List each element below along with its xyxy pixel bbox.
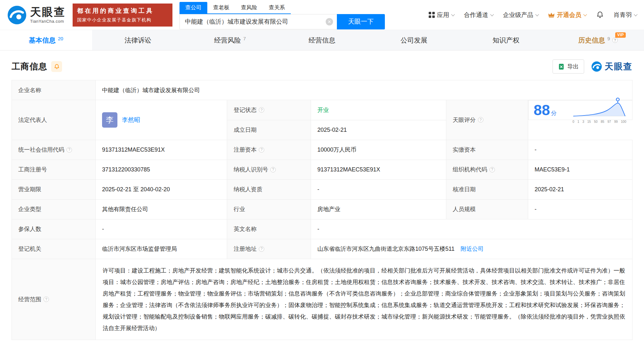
table-row: 工商注册号 371312200330785 纳税人识别号 91371312MAE…	[12, 160, 632, 179]
tab-label: 经营风险	[214, 36, 241, 45]
tab-company-development[interactable]: 公司发展	[368, 30, 460, 50]
tab-label: 公司发展	[401, 36, 427, 45]
paid-capital-value: -	[528, 140, 632, 160]
promo-banner: 都在用的商业查询工具 国家中小企业发展子基金旗下机构	[73, 4, 172, 27]
site-logo[interactable]: 天眼查 TianYanCha.com	[7, 5, 66, 25]
taxpayer-quality-label: 纳税人资质	[227, 179, 311, 199]
tianyancha-company-page: 天眼查 TianYanCha.com 都在用的商业查询工具 国家中小企业发展子基…	[0, 0, 644, 364]
help-icon[interactable]	[259, 147, 264, 153]
help-icon[interactable]	[259, 246, 264, 252]
credit-code-value: 91371312MAEC53E91X	[95, 140, 227, 160]
subscribe-bell-icon[interactable]	[51, 61, 62, 72]
approval-date-value: 2025-02-21	[528, 179, 632, 199]
help-icon[interactable]	[489, 167, 495, 172]
reg-address-label: 注册地址	[227, 239, 311, 259]
nav-enterprise-products[interactable]: 企业级产品	[503, 11, 538, 19]
section-header: 工商信息 导出	[12, 59, 632, 74]
nav-label: 企业级产品	[503, 11, 533, 19]
table-row: 企业名称 中能建（临沂）城市建设发展有限公司	[12, 80, 632, 100]
company-name-label: 企业名称	[12, 80, 96, 100]
search-tab-company[interactable]: 查公司	[179, 2, 207, 13]
main-content: 工商信息 导出	[0, 59, 644, 340]
search-tab-risk[interactable]: 查风险	[235, 2, 263, 13]
insured-count-label: 参保人数	[12, 219, 96, 239]
reg-number-value: 371312200330785	[95, 160, 227, 179]
reg-capital-value: 10000万人民币	[311, 140, 446, 160]
help-icon[interactable]	[67, 147, 72, 153]
apps-grid-icon	[429, 12, 435, 18]
top-header: 天眼查 TianYanCha.com 都在用的商业查询工具 国家中小企业发展子基…	[0, 0, 644, 30]
help-icon[interactable]	[612, 37, 618, 43]
top-nav: 应用 合作通道 企业级产品 开通会员	[429, 11, 637, 19]
tab-label: 知识产权	[493, 36, 520, 45]
tab-legal-litigation[interactable]: 法律诉讼	[92, 30, 184, 50]
avatar[interactable]: 李	[102, 112, 117, 128]
english-name-label: 英文名称	[227, 219, 311, 239]
search-input-wrap	[179, 14, 337, 29]
nav-apps[interactable]: 应用	[429, 11, 454, 19]
nav-label: 合作通道	[464, 11, 488, 19]
business-registration-table: 企业名称 中能建（临沂）城市建设发展有限公司 法定代表人 李 李然昭	[12, 80, 632, 340]
chevron-down-icon	[451, 12, 455, 16]
logo-text: 天眼查 TianYanCha.com	[30, 6, 66, 24]
search-tab-relation[interactable]: 查关系	[263, 2, 291, 13]
score-number: 88 分	[534, 103, 557, 117]
vip-crown-icon	[548, 12, 555, 18]
search-input[interactable]	[180, 14, 337, 29]
help-icon[interactable]	[259, 107, 264, 113]
search-row: 天眼一下	[179, 14, 385, 29]
table-row: 登记机关 临沂市河东区市场监督管理局 注册地址 山东省临沂市河东区九曲街道北京东…	[12, 239, 632, 259]
score-label: 天眼评分	[446, 100, 528, 140]
help-icon[interactable]	[270, 167, 276, 172]
nearby-companies-link[interactable]: 附近公司	[461, 246, 484, 252]
legal-rep-link[interactable]: 李然昭	[122, 116, 140, 124]
business-term-value: 2025-02-21 至 2040-02-20	[95, 179, 227, 199]
taxpayer-quality-value: -	[311, 179, 446, 199]
banner-line2: 国家中小企业发展子基金旗下机构	[77, 17, 168, 23]
help-icon[interactable]	[478, 117, 483, 123]
excel-export-icon	[558, 63, 565, 70]
section-header-right: 导出 天眼查	[553, 59, 632, 74]
export-label: 导出	[567, 63, 579, 70]
search-tab-label: 查公司	[185, 4, 202, 11]
tab-intellectual-property[interactable]: 知识产权	[460, 30, 552, 50]
company-type-value: 其他有限责任公司	[95, 199, 227, 219]
reg-authority-value: 临沂市河东区市场监督管理局	[95, 239, 227, 259]
tab-operating-risk[interactable]: 经营风险 7	[184, 30, 276, 50]
nav-user-menu[interactable]: 肖青羽	[614, 11, 637, 19]
chevron-down-icon	[583, 12, 587, 16]
paid-capital-label: 实缴资本	[446, 140, 528, 160]
notification-bell-icon[interactable]	[596, 11, 604, 19]
industry-label: 行业	[227, 199, 311, 219]
banner-line1: 都在用的商业查询工具	[77, 7, 168, 15]
legal-rep-label: 法定代表人	[12, 100, 96, 140]
page-title: 工商信息	[12, 61, 47, 72]
help-icon[interactable]	[44, 297, 49, 302]
tab-business-info[interactable]: 经营信息	[276, 30, 368, 50]
search-area: 查公司 查老板 查风险 查关系 天眼一下	[179, 1, 385, 29]
credit-code-label: 统一社会信用代码	[12, 140, 96, 160]
reg-status-label: 登记状态	[227, 100, 311, 120]
search-button[interactable]: 天眼一下	[337, 14, 385, 29]
reg-status-value: 开业	[311, 100, 446, 120]
export-button[interactable]: 导出	[553, 59, 584, 74]
company-name-value: 中能建（临沂）城市建设发展有限公司	[95, 80, 632, 100]
vip-badge: VIP	[615, 32, 626, 38]
reg-address-value: 山东省临沂市河东区九曲街道北京东路1075号五楼511 附近公司	[311, 239, 632, 259]
nav-partnership[interactable]: 合作通道	[464, 11, 493, 19]
tab-history-info[interactable]: VIP 历史信息 9	[552, 30, 644, 50]
legal-rep-value: 李 李然昭	[95, 100, 227, 140]
company-section-tabs: 基本信息 20 法律诉讼 经营风险 7 经营信息 公司发展 知识产权 VIP 历…	[0, 30, 644, 51]
english-name-value: -	[311, 219, 632, 239]
tab-label: 法律诉讼	[124, 36, 151, 45]
nav-label: 应用	[437, 11, 449, 19]
clear-search-icon[interactable]	[326, 18, 333, 25]
tab-basic-info[interactable]: 基本信息 20	[0, 30, 92, 50]
nav-open-vip[interactable]: 开通会员	[548, 11, 586, 19]
approval-date-label: 核准日期	[446, 179, 528, 199]
brand-watermark: 天眼查	[591, 61, 632, 72]
establish-date-label: 成立日期	[227, 120, 311, 140]
search-tab-boss[interactable]: 查老板	[207, 2, 235, 13]
table-row: 营业期限 2025-02-21 至 2040-02-20 纳税人资质 - 核准日…	[12, 179, 632, 199]
tab-count: 7	[243, 36, 246, 41]
